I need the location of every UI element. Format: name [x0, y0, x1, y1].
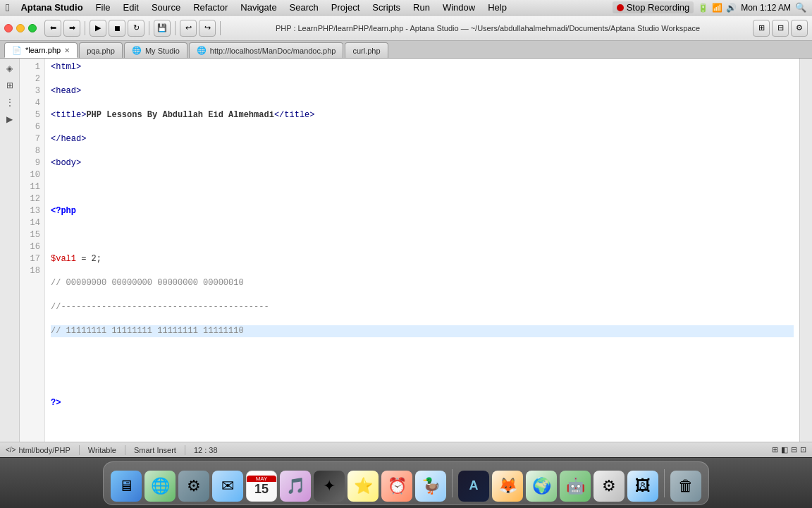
- status-breadcrumb-container: </> html/body/PHP: [6, 446, 70, 454]
- toolbar-btn-8[interactable]: ↪: [199, 20, 216, 37]
- tab-label: My Studio: [145, 47, 180, 55]
- code-line-7: <?php: [51, 205, 794, 217]
- dock-item-android[interactable]: 🤖: [560, 471, 591, 502]
- minimize-button[interactable]: [16, 24, 25, 32]
- tab-close[interactable]: ✕: [64, 47, 70, 54]
- line-num-14: 14: [20, 217, 40, 229]
- menubar-right: Stop Recording 🔋 📶 🔊 Mon 1:12 AM 🔍: [613, 1, 806, 13]
- close-button[interactable]: [4, 24, 13, 32]
- toolbar-right-btn-2[interactable]: ⊟: [772, 20, 789, 37]
- menubar-source[interactable]: Source: [146, 1, 186, 13]
- stop-recording-button[interactable]: Stop Recording: [613, 1, 694, 13]
- code-line-3: <title>PHP Lessons By Abdullah Eid Almeh…: [51, 109, 794, 121]
- menubar-search[interactable]: Search: [284, 1, 324, 13]
- dock-item-trash[interactable]: 🗑: [670, 471, 701, 502]
- dock-item-safari[interactable]: 🌐: [144, 471, 176, 502]
- toolbar-btn-2[interactable]: ➡: [63, 20, 80, 37]
- stars-icon: ⭐: [354, 477, 373, 495]
- clock: Mon 1:12 AM: [741, 3, 791, 13]
- menubar-refactor[interactable]: Refactor: [187, 1, 233, 13]
- dock-item-aptana[interactable]: A: [458, 471, 489, 502]
- statusbar-icon-2[interactable]: ◧: [781, 445, 788, 454]
- dock: 🖥 🌐 ⚙ ✉ MAY 15 🎵 ✦ ⭐ ⏰ 🦆: [103, 461, 709, 505]
- toolbar-btn-7[interactable]: ↩: [180, 20, 197, 37]
- dock-divider-2: [664, 469, 665, 497]
- statusbar-icon-1[interactable]: ⊞: [772, 445, 778, 454]
- tab-label: *learn.php: [25, 46, 61, 54]
- code-line-5: <body>: [51, 157, 794, 169]
- googleearth-icon: 🌍: [532, 477, 551, 495]
- toolbar-right-btn-3[interactable]: ⚙: [791, 20, 808, 37]
- itunes-icon: 🎵: [286, 477, 305, 495]
- code-content[interactable]: <html> <head> <title>PHP Lessons By Abdu…: [45, 59, 799, 442]
- sidebar-icon-2[interactable]: ⊞: [3, 78, 17, 92]
- adium-icon: 🦆: [422, 477, 441, 495]
- menubar-project[interactable]: Project: [326, 1, 365, 13]
- code-editor[interactable]: 1 2 3 4 5 6 7 8 9 10 11 12 13 14 15 16 1…: [20, 59, 799, 442]
- status-sep-1: [79, 445, 80, 455]
- dock-item-adium[interactable]: 🦆: [415, 471, 446, 502]
- sidebar-icon-4[interactable]: ▶: [3, 112, 17, 126]
- recording-dot: [617, 4, 624, 11]
- toolbar-btn-5[interactable]: ↻: [128, 20, 144, 37]
- dock-item-itunes[interactable]: 🎵: [280, 471, 311, 502]
- tab-label: pqa.php: [87, 47, 115, 55]
- toolbar-right-btn-1[interactable]: ⊞: [753, 20, 770, 37]
- dock-item-timemachine[interactable]: ⏰: [381, 471, 412, 502]
- dock-item-googleearth[interactable]: 🌍: [526, 471, 557, 502]
- ical-day: 15: [254, 482, 269, 497]
- timemachine-icon: ⏰: [388, 477, 407, 495]
- menubar-navigate[interactable]: Navigate: [235, 1, 282, 13]
- aperture-icon: ✦: [323, 477, 336, 495]
- menubar-file[interactable]: File: [90, 1, 116, 13]
- window-controls: [4, 24, 37, 32]
- line-numbers: 1 2 3 4 5 6 7 8 9 10 11 12 13 14 15 16 1…: [20, 59, 45, 442]
- menubar-run[interactable]: Run: [407, 1, 436, 13]
- menubar-window[interactable]: Window: [437, 1, 481, 13]
- code-line-6: [51, 181, 794, 193]
- apple-menu[interactable]: : [6, 1, 9, 13]
- tab-pqa-php[interactable]: pqa.php: [79, 42, 123, 58]
- toolbar: ⬅ ➡ ▶ ⏹ ↻ 💾 ↩ ↪ PHP : LearnPHP/learnPHP/…: [0, 16, 812, 41]
- tab-mandoc[interactable]: 🌐 http://localhost/ManDoc/mandoc.php: [189, 42, 344, 58]
- tab-curl-php[interactable]: curl.php: [345, 42, 388, 58]
- tab-icon: 🌐: [197, 46, 207, 55]
- toolbar-sep-1: [85, 21, 85, 35]
- dock-item-aperture[interactable]: ✦: [314, 471, 345, 502]
- dock-item-firefox[interactable]: 🦊: [492, 471, 523, 502]
- toolbar-btn-3[interactable]: ▶: [90, 20, 106, 37]
- code-line-10: // 00000000 00000000 00000000 00000010: [51, 277, 794, 289]
- dock-item-sysprefs[interactable]: ⚙: [178, 471, 209, 502]
- tab-learn-php[interactable]: 📄 *learn.php ✕: [4, 42, 78, 58]
- dock-item-gear[interactable]: ⚙: [593, 471, 625, 502]
- dock-item-stars[interactable]: ⭐: [347, 471, 379, 502]
- line-num-2: 2: [20, 73, 40, 85]
- line-num-8: 8: [20, 145, 40, 157]
- code-line-4: </head>: [51, 133, 794, 145]
- statusbar-right-icons: ⊞ ◧ ⊟ ⊡: [772, 445, 806, 454]
- dock-item-iphoto[interactable]: 🖼: [627, 471, 658, 502]
- dock-container: 🖥 🌐 ⚙ ✉ MAY 15 🎵 ✦ ⭐ ⏰ 🦆: [0, 457, 812, 508]
- gear-icon: ⚙: [602, 477, 616, 495]
- volume-icon: 🔊: [726, 3, 737, 13]
- menubar-scripts[interactable]: Scripts: [367, 1, 406, 13]
- statusbar-icon-3[interactable]: ⊟: [791, 445, 797, 454]
- spotlight-icon[interactable]: 🔍: [795, 2, 806, 13]
- dock-item-ical[interactable]: MAY 15: [246, 471, 277, 502]
- toolbar-btn-6[interactable]: 💾: [154, 20, 171, 37]
- dock-item-finder[interactable]: 🖥: [111, 471, 142, 502]
- tab-my-studio[interactable]: 🌐 My Studio: [124, 42, 187, 58]
- toolbar-btn-1[interactable]: ⬅: [44, 20, 61, 37]
- maximize-button[interactable]: [28, 24, 37, 32]
- line-num-9: 9: [20, 157, 40, 169]
- statusbar-icon-4[interactable]: ⊡: [800, 445, 806, 454]
- code-line-1: <html>: [51, 61, 794, 73]
- dock-item-mail[interactable]: ✉: [212, 471, 243, 502]
- sidebar-icon-1[interactable]: ◈: [3, 61, 17, 75]
- safari-icon: 🌐: [151, 477, 170, 495]
- menubar-edit[interactable]: Edit: [118, 1, 144, 13]
- toolbar-btn-4[interactable]: ⏹: [109, 20, 125, 37]
- menubar-aptana[interactable]: Aptana Studio: [15, 1, 88, 13]
- sidebar-icon-3[interactable]: ⋮: [3, 95, 17, 109]
- menubar-help[interactable]: Help: [482, 1, 512, 13]
